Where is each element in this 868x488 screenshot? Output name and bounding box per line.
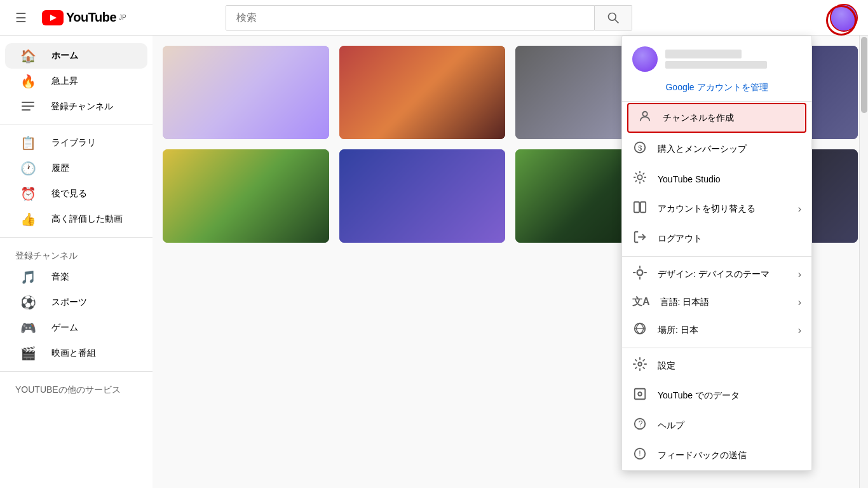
dropdown-item-create-channel[interactable]: チャンネルを作成 [627, 103, 806, 133]
avatar-container [830, 4, 858, 32]
sidebar: 🏠 ホーム 🔥 急上昇 登録チャンネル 📋 ライブラリ 🕐 履歴 ⏰ 後で見る … [0, 36, 153, 488]
dropdown-header [622, 36, 811, 77]
sidebar-item-gaming[interactable]: 🎮 ゲーム [5, 315, 147, 341]
design-label: デザイン: デバイスのテーマ [658, 269, 788, 280]
sidebar-item-history[interactable]: 🕐 履歴 [5, 156, 147, 181]
account-dropdown: Google アカウントを管理 チャンネルを作成 $ 購入とメンバーシップ Yo… [621, 36, 812, 471]
music-icon: 🎵 [20, 269, 36, 285]
create-channel-icon [637, 109, 653, 126]
language-icon: 文A [632, 295, 650, 309]
sidebar-label-gaming: ゲーム [51, 322, 78, 334]
switch-account-arrow: › [798, 203, 801, 215]
design-icon [632, 266, 648, 283]
video-thumbnail-6 [339, 149, 506, 243]
svg-rect-6 [22, 109, 31, 111]
video-thumbnail-1 [163, 46, 329, 139]
youtube-logo[interactable]: YouTubeJP [42, 10, 126, 25]
logout-label: ログアウト [658, 233, 801, 245]
sidebar-item-home[interactable]: 🏠 ホーム [5, 43, 147, 69]
svg-rect-5 [22, 105, 34, 107]
svg-line-3 [614, 19, 618, 23]
logout-icon [632, 230, 648, 247]
location-icon [632, 322, 648, 339]
svg-point-20 [638, 392, 642, 396]
dropdown-item-data[interactable]: YouTube でのデータ [622, 381, 811, 410]
video-thumb-6[interactable] [339, 149, 506, 243]
sidebar-item-liked[interactable]: 👍 高く評価した動画 [5, 207, 147, 232]
svg-text:$: $ [638, 144, 642, 152]
video-thumb-1[interactable] [163, 46, 329, 139]
help-label: ヘルプ [658, 420, 801, 431]
sidebar-item-movies[interactable]: 🎬 映画と番組 [5, 341, 147, 366]
user-avatar-button[interactable] [830, 4, 858, 32]
settings-icon [632, 357, 648, 374]
sidebar-item-subscriptions[interactable]: 登録チャンネル [5, 94, 147, 119]
purchases-icon: $ [632, 140, 648, 158]
youtube-studio-label: YouTube Studio [658, 174, 801, 184]
svg-rect-19 [635, 389, 646, 400]
dropdown-item-logout[interactable]: ログアウト [622, 224, 811, 254]
svg-point-15 [637, 270, 642, 274]
purchases-label: 購入とメンバーシップ [658, 144, 801, 155]
sidebar-label-history: 履歴 [51, 163, 69, 174]
sidebar-item-sports[interactable]: ⚽ スポーツ [5, 290, 147, 315]
gaming-icon: 🎮 [20, 320, 36, 336]
design-arrow: › [798, 269, 801, 280]
language-arrow: › [798, 297, 801, 308]
search-input[interactable] [226, 6, 595, 30]
feedback-label: フィードバックの送信 [658, 450, 801, 461]
language-label: 言語: 日本語 [660, 297, 788, 308]
sidebar-item-trending[interactable]: 🔥 急上昇 [5, 69, 147, 94]
settings-label: 設定 [658, 360, 801, 372]
svg-point-2 [608, 13, 616, 20]
svg-point-18 [638, 362, 642, 366]
dropdown-item-design[interactable]: デザイン: デバイスのテーマ › [622, 259, 811, 289]
youtube-logo-icon [42, 10, 64, 25]
svg-text:?: ? [639, 419, 643, 428]
sidebar-item-music[interactable]: 🎵 音楽 [5, 264, 147, 290]
history-icon: 🕐 [20, 161, 36, 176]
liked-icon: 👍 [20, 212, 36, 227]
location-label: 場所: 日本 [658, 325, 788, 336]
help-icon: ? [632, 417, 648, 434]
dropdown-item-purchases[interactable]: $ 購入とメンバーシップ [622, 134, 811, 164]
dropdown-item-switch-account[interactable]: アカウントを切り替える › [622, 194, 811, 224]
svg-text:!: ! [639, 449, 641, 458]
video-thumb-2[interactable] [339, 46, 506, 139]
svg-rect-4 [22, 102, 34, 103]
hamburger-menu[interactable]: ☰ [10, 5, 32, 30]
sidebar-divider-3 [0, 371, 153, 372]
sidebar-label-music: 音楽 [51, 271, 69, 283]
sidebar-label-library: ライブラリ [51, 137, 96, 149]
dropdown-item-feedback[interactable]: ! フィードバックの送信 [622, 440, 811, 470]
sidebar-divider-2 [0, 237, 153, 238]
header-right [830, 4, 858, 32]
dropdown-user-info [665, 50, 801, 69]
header: ☰ YouTubeJP [0, 0, 868, 36]
video-thumb-5[interactable] [163, 149, 329, 243]
switch-account-icon [632, 200, 648, 217]
dropdown-item-language[interactable]: 文A 言語: 日本語 › [622, 289, 811, 315]
dropdown-divider-2 [622, 348, 811, 348]
scrollbar-thumb[interactable] [861, 37, 867, 113]
dropdown-item-location[interactable]: 場所: 日本 › [622, 315, 811, 345]
video-thumbnail-5 [163, 149, 329, 243]
avatar-image [831, 5, 857, 30]
sidebar-item-library[interactable]: 📋 ライブラリ [5, 130, 147, 156]
sports-icon: ⚽ [20, 295, 36, 310]
dropdown-item-help[interactable]: ? ヘルプ [622, 410, 811, 440]
dropdown-item-settings[interactable]: 設定 [622, 351, 811, 381]
youtube-studio-icon [632, 170, 648, 187]
sidebar-label-movies: 映画と番組 [51, 348, 96, 359]
manage-account-link[interactable]: Google アカウントを管理 [622, 77, 811, 102]
header-left: ☰ YouTubeJP [10, 5, 126, 30]
search-button[interactable] [595, 5, 632, 30]
watch-later-icon: ⏰ [20, 186, 36, 201]
dropdown-item-youtube-studio[interactable]: YouTube Studio [622, 164, 811, 194]
sidebar-section-more: YOUTUBEの他のサービス [0, 377, 153, 398]
sidebar-label-sports: スポーツ [51, 297, 87, 308]
dropdown-avatar [632, 46, 658, 72]
sidebar-item-watch-later[interactable]: ⏰ 後で見る [5, 181, 147, 207]
trending-icon: 🔥 [20, 74, 36, 89]
subscriptions-icon [20, 100, 36, 114]
